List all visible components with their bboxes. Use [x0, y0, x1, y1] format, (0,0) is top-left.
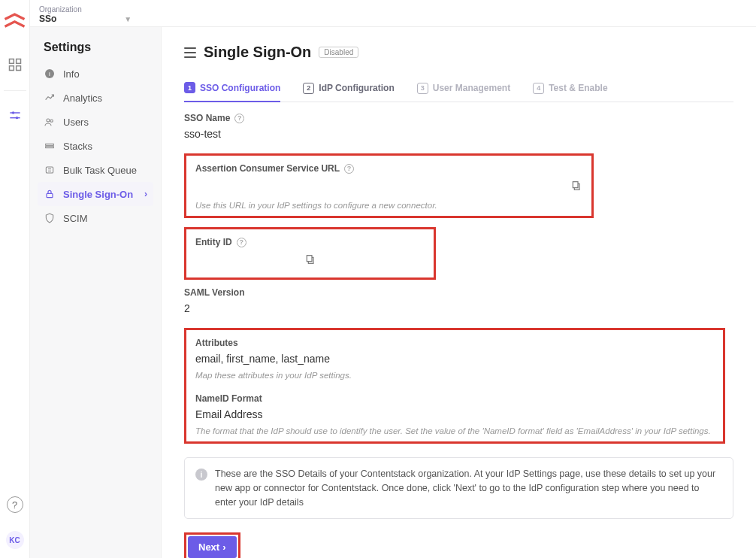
sidebar-item-label: Bulk Task Queue: [63, 165, 137, 176]
tab-label: User Management: [433, 83, 510, 93]
sidebar-item-label: SCIM: [63, 213, 88, 224]
stacks-icon: [44, 140, 56, 152]
field-hint: The format that the IdP should use to id…: [195, 423, 714, 435]
svg-point-7: [15, 117, 17, 119]
copy-icon[interactable]: [304, 253, 316, 265]
field-label-text: NameID Format: [195, 393, 262, 404]
tab-sso-configuration[interactable]: 1SSO Configuration: [184, 76, 280, 102]
field-hint: Use this URL in your IdP settings to con…: [195, 198, 582, 210]
field-sso-name: SSO Name? sso-test: [184, 113, 733, 143]
svg-rect-19: [573, 182, 578, 188]
user-avatar[interactable]: KC: [6, 531, 24, 549]
sidebar-item-bulk-task-queue[interactable]: Bulk Task Queue: [38, 158, 153, 182]
help-icon[interactable]: ?: [237, 238, 246, 247]
page-title: Single Sign-On: [204, 44, 311, 61]
field-label-text: Attributes: [195, 338, 238, 348]
sso-name-value: sso-test: [184, 123, 733, 143]
svg-rect-21: [307, 256, 312, 262]
saml-version-value: 2: [184, 298, 733, 317]
field-label-text: SAML Version: [184, 287, 244, 298]
tab-test-enable: 4Test & Enable: [533, 76, 607, 102]
tab-user-management: 3User Management: [417, 76, 510, 102]
svg-rect-14: [46, 167, 53, 173]
icon-rail: ? KC: [0, 0, 30, 558]
help-icon[interactable]: ?: [7, 496, 23, 513]
field-saml-version: SAML Version 2: [184, 287, 733, 317]
svg-rect-17: [47, 193, 53, 197]
users-icon: [44, 116, 56, 128]
field-entity-id: Entity ID?: [184, 227, 436, 280]
svg-rect-0: [9, 59, 14, 64]
copy-icon[interactable]: [570, 180, 582, 192]
tab-label: Test & Enable: [549, 83, 607, 93]
sidebar-item-label: Analytics: [63, 92, 102, 104]
analytics-icon: [44, 92, 56, 104]
sidebar-item-scim[interactable]: SCIM: [38, 206, 153, 230]
sidebar-item-stacks[interactable]: Stacks: [38, 134, 153, 158]
chevron-right-icon: ›: [144, 189, 147, 199]
sidebar-item-label: Users: [63, 117, 89, 128]
next-button-label: Next: [198, 541, 219, 553]
sidebar-item-users[interactable]: Users: [38, 110, 153, 134]
attributes-value: email, first_name, last_name: [195, 348, 714, 368]
svg-rect-3: [16, 66, 20, 71]
sidebar-item-label: Stacks: [63, 141, 92, 152]
svg-rect-2: [9, 66, 14, 71]
svg-point-11: [50, 120, 53, 122]
chevron-down-icon: ▼: [124, 15, 132, 23]
svg-text:i: i: [49, 71, 50, 77]
shield-icon: [44, 212, 56, 224]
content-pane: Single Sign-On Disabled 1SSO Configurati…: [162, 27, 756, 558]
org-label: Organization: [39, 5, 747, 14]
svg-rect-12: [46, 144, 54, 145]
sidebar-item-analytics[interactable]: Analytics: [38, 86, 153, 110]
svg-point-5: [11, 111, 14, 114]
field-label-text: Assertion Consumer Service URL: [195, 163, 340, 174]
wizard-tabs: 1SSO Configuration 2IdP Configuration 3U…: [184, 76, 733, 102]
tab-label: IdP Configuration: [319, 83, 394, 93]
tab-idp-configuration[interactable]: 2IdP Configuration: [303, 76, 394, 102]
help-icon[interactable]: ?: [234, 114, 244, 123]
field-acs-url: Assertion Consumer Service URL? Use this…: [184, 153, 594, 218]
org-name: SSo: [39, 14, 56, 24]
queue-icon: [44, 164, 56, 176]
help-icon[interactable]: ?: [344, 164, 354, 174]
org-selector[interactable]: SSo ▼: [39, 14, 747, 24]
next-button[interactable]: Next ›: [188, 536, 237, 558]
sidebar-item-label: Single Sign-On: [63, 189, 133, 200]
sidebar-item-sso[interactable]: Single Sign-On ›: [38, 182, 153, 206]
dashboard-icon[interactable]: [8, 57, 23, 72]
settings-sliders-icon[interactable]: [8, 109, 23, 124]
status-badge: Disabled: [319, 47, 358, 58]
info-icon: i: [44, 68, 56, 80]
field-label-text: SSO Name: [184, 113, 230, 123]
sidebar-item-label: Info: [63, 68, 80, 80]
top-bar: Organization SSo ▼: [30, 0, 756, 27]
chevron-right-icon: ›: [222, 541, 225, 553]
settings-sidebar: Settings iInfo Analytics Users Stacks Bu…: [30, 27, 162, 558]
info-icon: i: [195, 469, 207, 481]
callout-text: These are the SSO Details of your Conten…: [215, 467, 722, 509]
field-label-text: Entity ID: [195, 237, 232, 247]
attributes-nameid-box: Attributes email, first_name, last_name …: [184, 328, 725, 444]
info-callout: i These are the SSO Details of your Cont…: [184, 457, 733, 519]
field-hint: Map these attributes in your IdP setting…: [195, 368, 714, 380]
settings-heading: Settings: [38, 41, 153, 62]
next-button-highlight: Next ›: [184, 532, 240, 558]
menu-toggle-icon[interactable]: [184, 47, 196, 58]
svg-rect-1: [16, 59, 20, 64]
sidebar-item-info[interactable]: iInfo: [38, 62, 153, 86]
svg-rect-13: [46, 147, 54, 148]
svg-point-10: [47, 119, 50, 122]
brand-logo-icon[interactable]: [0, 8, 29, 41]
tab-label: SSO Configuration: [200, 83, 280, 93]
nameid-value: Email Address: [195, 404, 714, 423]
lock-icon: [44, 188, 56, 200]
